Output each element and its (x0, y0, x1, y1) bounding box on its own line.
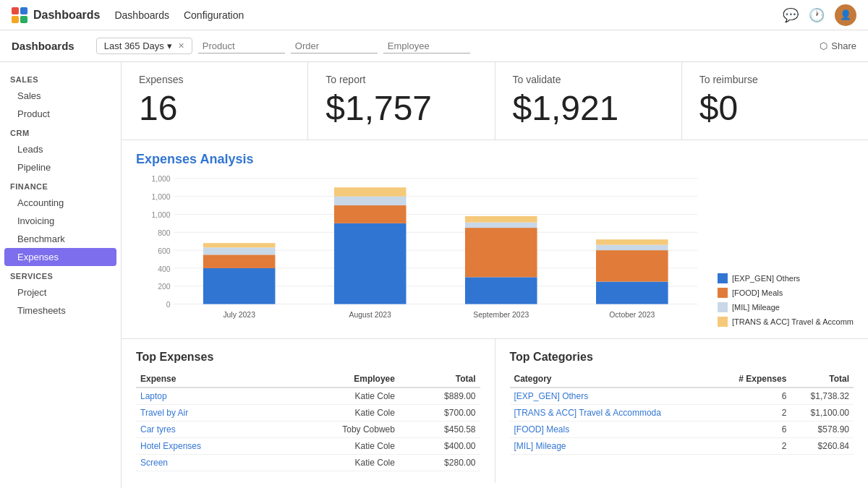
sidebar-item-invoicing[interactable]: Invoicing (0, 212, 121, 230)
svg-rect-21 (334, 223, 407, 304)
app-title: Dashboards (33, 9, 100, 22)
sidebar-item-accounting[interactable]: Accounting (0, 194, 121, 212)
sidebar-section-label: FINANCE (0, 176, 121, 194)
kpi-label: To reimburse (699, 74, 851, 85)
chart-title: Expenses Analysis (136, 152, 854, 167)
svg-rect-34 (596, 239, 668, 244)
sidebar-section-label: SALES (0, 69, 121, 87)
table-cell: Toby Cobweb (276, 421, 399, 438)
order-filter-input[interactable] (291, 39, 378, 53)
kpi-label: To report (326, 74, 477, 85)
svg-rect-16 (203, 268, 276, 304)
kpi-value: 16 (139, 90, 290, 128)
legend-item: [EXP_GEN] Others (718, 273, 854, 283)
svg-text:October 2023: October 2023 (609, 311, 655, 319)
employee-filter-input[interactable] (383, 39, 470, 53)
table-cell[interactable]: Laptop (136, 388, 276, 405)
table-cell: Katie Cole (276, 455, 399, 471)
table-cell[interactable]: Travel by Air (136, 405, 276, 421)
top-expenses-section: Top Expenses ExpenseEmployeeTotalLaptopK… (122, 339, 495, 483)
filter-group: Last 365 Days ▾ ✕ (96, 38, 820, 54)
table-cell[interactable]: [MIL] Mileage (510, 438, 716, 455)
kpi-label: Expenses (139, 74, 290, 85)
legend-label: [FOOD] Meals (732, 288, 783, 297)
chat-icon[interactable]: 💬 (783, 7, 799, 23)
top-menu: Dashboards Configuration (114, 9, 244, 21)
legend-color-swatch (718, 288, 728, 298)
chart-legend: [EXP_GEN] Others [FOOD] Meals [MIL] Mile… (706, 273, 854, 327)
table-row: [TRANS & ACC] Travel & Accommoda2$1,100.… (510, 405, 854, 421)
table-cell: 2 (716, 405, 791, 421)
table-cell: $700.00 (399, 405, 480, 421)
table-cell: $578.90 (791, 421, 854, 438)
top-categories-table: Category# ExpensesTotal[EXP_GEN] Others6… (510, 371, 854, 455)
table-row: [FOOD] Meals6$578.90 (510, 421, 854, 438)
menu-item-configuration[interactable]: Configuration (184, 9, 244, 21)
kpi-card: To reimburse $0 (682, 62, 868, 140)
table-cell[interactable]: Car tyres (136, 421, 276, 438)
sub-nav-brand: Dashboards (12, 40, 75, 52)
table-row: LaptopKatie Cole$889.00 (136, 388, 480, 405)
table-row: Hotel ExpensesKatie Cole$400.00 (136, 438, 480, 455)
svg-text:800: 800 (158, 229, 171, 237)
table-header: # Expenses (716, 371, 791, 388)
app-logo (12, 7, 27, 23)
svg-text:August 2023: August 2023 (349, 311, 391, 319)
table-cell: $889.00 (399, 388, 480, 405)
table-header: Total (791, 371, 854, 388)
bar-chart: 1,0001,0001,0008006004002000July 2023Aug… (136, 174, 706, 325)
table-cell[interactable]: Screen (136, 455, 276, 471)
menu-item-dashboards[interactable]: Dashboards (114, 9, 169, 21)
legend-color-swatch (718, 302, 728, 312)
legend-label: [MIL] Mileage (732, 303, 780, 312)
kpi-card: Expenses 16 (122, 62, 308, 140)
table-cell[interactable]: [TRANS & ACC] Travel & Accommoda (510, 405, 716, 421)
table-cell: Katie Cole (276, 405, 399, 421)
top-nav-right: 💬 🕐 👤 (783, 4, 856, 26)
sidebar-item-expenses[interactable]: Expenses (4, 248, 116, 266)
legend-item: [FOOD] Meals (718, 288, 854, 298)
share-button[interactable]: ⬡ Share (820, 40, 856, 51)
table-header: Category (510, 371, 716, 388)
table-cell[interactable]: [FOOD] Meals (510, 421, 716, 438)
table-cell: Katie Cole (276, 438, 399, 455)
svg-rect-17 (203, 254, 276, 268)
svg-rect-26 (465, 277, 537, 304)
main-layout: SALESSalesProductCRMLeadsPipelineFINANCE… (0, 62, 868, 488)
sidebar-item-project[interactable]: Project (0, 283, 121, 301)
bottom-section: Top Expenses ExpenseEmployeeTotalLaptopK… (122, 339, 868, 483)
svg-text:September 2023: September 2023 (473, 311, 529, 319)
svg-rect-28 (465, 222, 537, 227)
table-cell[interactable]: [EXP_GEN] Others (510, 388, 716, 405)
sidebar-item-benchmark[interactable]: Benchmark (0, 230, 121, 248)
sidebar-item-timesheets[interactable]: Timesheets (0, 301, 121, 320)
sidebar-item-leads[interactable]: Leads (0, 140, 121, 158)
sidebar-item-product[interactable]: Product (0, 105, 121, 123)
share-icon: ⬡ (820, 40, 827, 51)
main-content: Expenses 16To report $1,757To validate $… (122, 62, 868, 488)
product-filter-input[interactable] (198, 39, 285, 53)
table-cell[interactable]: Hotel Expenses (136, 438, 276, 455)
kpi-card: To validate $1,921 (495, 62, 682, 140)
table-cell: 2 (716, 438, 791, 455)
kpi-label: To validate (513, 74, 664, 85)
svg-rect-19 (203, 243, 276, 247)
svg-text:400: 400 (158, 265, 171, 273)
sidebar-item-sales[interactable]: Sales (0, 87, 121, 105)
table-cell: Katie Cole (276, 388, 399, 405)
svg-text:600: 600 (158, 247, 171, 255)
table-cell: $1,100.00 (791, 405, 854, 421)
table-cell: 6 (716, 421, 791, 438)
date-filter[interactable]: Last 365 Days ▾ ✕ (96, 38, 192, 54)
sidebar-section-label: SERVICES (0, 266, 121, 283)
user-avatar[interactable]: 👤 (835, 4, 856, 26)
sidebar-item-pipeline[interactable]: Pipeline (0, 158, 121, 176)
clock-icon[interactable]: 🕐 (809, 7, 825, 23)
table-cell: $1,738.32 (791, 388, 854, 405)
table-row: [EXP_GEN] Others6$1,738.32 (510, 388, 854, 405)
table-row: Car tyresToby Cobweb$450.58 (136, 421, 480, 438)
table-row: [MIL] Mileage2$260.84 (510, 438, 854, 455)
svg-rect-33 (596, 244, 668, 249)
top-categories-section: Top Categories Category# ExpensesTotal[E… (495, 339, 869, 483)
date-filter-close[interactable]: ✕ (178, 41, 184, 51)
